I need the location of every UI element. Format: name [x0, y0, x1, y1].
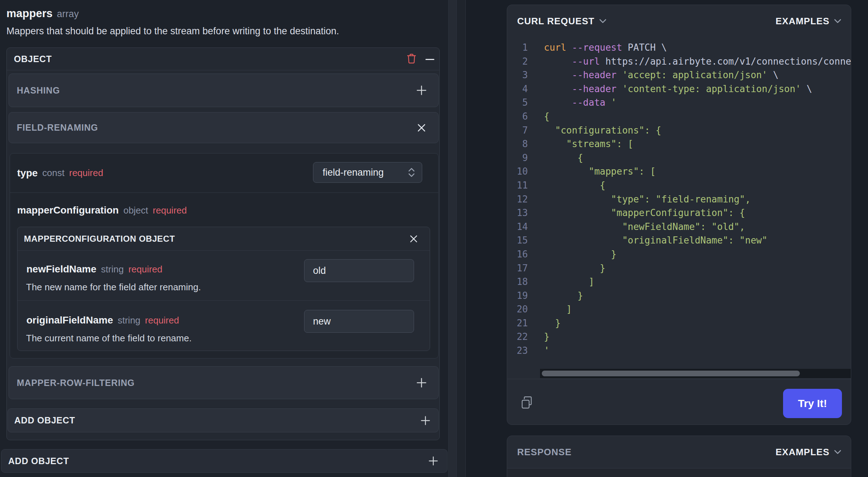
curl-request-card: CURL REQUEST EXAMPLES 1curl --request PA…	[507, 5, 851, 425]
curl-request-title: CURL REQUEST	[517, 16, 595, 27]
field-required-badge: required	[128, 264, 162, 275]
add-object-label: ADD OBJECT	[14, 409, 75, 432]
response-examples-dropdown[interactable]: EXAMPLES	[776, 436, 842, 468]
code-line: 12 "type": "field-renaming",	[507, 192, 851, 206]
type-select-value: field-renaming	[313, 167, 407, 178]
response-title: RESPONSE	[517, 436, 572, 468]
close-icon	[409, 234, 418, 243]
remove-field-renaming-button[interactable]	[415, 122, 428, 134]
new-field-name-input[interactable]	[304, 259, 414, 282]
response-body	[507, 468, 851, 477]
remove-mapper-configuration-button[interactable]	[408, 233, 420, 245]
code-line: 8 "streams": [	[507, 137, 851, 151]
code-line: 1curl --request PATCH \	[507, 41, 851, 55]
code-line: 4 --header 'content-type: application/js…	[507, 82, 851, 96]
examples-dropdown[interactable]: EXAMPLES	[776, 5, 842, 37]
code-line: 19 }	[507, 289, 851, 303]
new-field-name-label: newFieldName string required	[26, 263, 162, 275]
object-panel-title: OBJECT	[14, 48, 52, 70]
original-field-name-label: originalFieldName string required	[26, 315, 179, 326]
examples-label: EXAMPLES	[776, 447, 829, 458]
mapper-configuration-label: mapperConfiguration object required	[17, 193, 187, 228]
mapper-row-filtering-section[interactable]: MAPPER-ROW-FILTERING	[9, 366, 439, 399]
code-line: 17 }	[507, 261, 851, 275]
property-description: Mappers that should be applied to the st…	[6, 26, 339, 37]
curl-request-dropdown[interactable]: CURL REQUEST	[517, 5, 607, 37]
copy-code-button[interactable]	[519, 395, 535, 411]
add-object-button-inner[interactable]: ADD OBJECT	[7, 408, 439, 432]
original-field-name-row: originalFieldName string required The cu…	[17, 301, 430, 351]
field-renaming-form: type const required field-renaming mappe…	[10, 153, 439, 358]
code-line: 18 ]	[507, 275, 851, 289]
mapper-configuration-object-panel: MAPPERCONFIGURATION OBJECT newFieldName …	[17, 227, 430, 351]
code-line: 3 --header 'accept: application/json' \	[507, 68, 851, 82]
chevron-down-icon	[599, 19, 607, 24]
response-card: RESPONSE EXAMPLES	[507, 436, 851, 477]
close-icon	[417, 123, 427, 133]
field-description: The new name for the field after renamin…	[26, 282, 201, 293]
plus-icon-wrap	[427, 455, 439, 467]
chevron-down-icon	[834, 19, 842, 24]
plus-icon	[428, 456, 439, 466]
code-line: 20 ]	[507, 302, 851, 316]
property-title: mappersarray	[6, 7, 79, 20]
field-type: string	[118, 315, 141, 326]
type-field-label: type const required	[17, 154, 103, 192]
code-line: 16 }	[507, 247, 851, 261]
plus-icon	[416, 377, 427, 388]
examples-label: EXAMPLES	[776, 16, 829, 27]
add-object-button-outer[interactable]: ADD OBJECT	[1, 449, 448, 473]
copy-icon	[520, 396, 534, 410]
code-line: 5 --data '	[507, 96, 851, 110]
hashing-label: HASHING	[17, 74, 60, 107]
code-line: 21 }	[507, 316, 851, 330]
type-field-row: type const required field-renaming	[10, 154, 438, 193]
mapper-configuration-object-header: MAPPERCONFIGURATION OBJECT	[17, 227, 430, 251]
mapper-configuration-object-title: MAPPERCONFIGURATION OBJECT	[24, 227, 175, 251]
field-name: newFieldName	[26, 263, 96, 275]
collapse-object-button[interactable]	[424, 53, 436, 65]
code-line: 15 "originalFieldName": "new"	[507, 234, 851, 247]
field-renaming-section[interactable]: FIELD-RENAMING	[9, 112, 439, 143]
field-type: string	[101, 264, 124, 275]
horizontal-scrollbar[interactable]	[540, 369, 851, 378]
code-line: 13 "mapperConfiguration": {	[507, 206, 851, 220]
add-hashing-button[interactable]	[415, 84, 428, 96]
select-chevrons-icon	[407, 167, 416, 178]
plus-icon	[416, 85, 427, 96]
code-line: 22}	[507, 330, 851, 344]
field-renaming-label: FIELD-RENAMING	[17, 112, 98, 143]
api-docs-page: mappersarray Mappers that should be appl…	[0, 0, 868, 477]
minus-icon	[425, 59, 434, 60]
code-line: 11 {	[507, 179, 851, 192]
property-type: array	[57, 9, 79, 19]
code-line: 7 "configurations": {	[507, 124, 851, 137]
delete-object-button[interactable]	[406, 53, 417, 65]
field-name: mapperConfiguration	[17, 205, 119, 216]
pane-scrollbar-gutter[interactable]	[448, 0, 457, 477]
trash-icon	[407, 53, 416, 65]
field-required-badge: required	[153, 205, 187, 216]
code-block[interactable]: 1curl --request PATCH \2 --url https://a…	[507, 41, 851, 358]
field-description: The current name of the field to rename.	[26, 333, 192, 344]
original-field-name-input[interactable]	[304, 310, 414, 333]
pane-divider	[457, 0, 465, 477]
field-type: const	[42, 167, 65, 179]
add-object-label: ADD OBJECT	[8, 450, 69, 472]
object-panel-header: OBJECT	[7, 48, 439, 70]
field-name: originalFieldName	[26, 315, 113, 326]
code-line: 6{	[507, 110, 851, 124]
hashing-section[interactable]: HASHING	[9, 74, 439, 107]
type-select[interactable]: field-renaming	[313, 162, 422, 183]
object-panel: OBJECT HASHING FIELD-RENAMING	[6, 47, 440, 440]
plus-icon-wrap	[419, 415, 432, 427]
divider	[507, 379, 851, 379]
add-mapper-row-filtering-button[interactable]	[415, 377, 428, 389]
code-line: 14 "newFieldName": "old",	[507, 220, 851, 234]
scrollbar-thumb[interactable]	[542, 371, 800, 376]
field-required-badge: required	[69, 167, 103, 179]
field-type: object	[123, 205, 148, 216]
code-line: 2 --url https://api.airbyte.com/v1/conne…	[507, 55, 851, 69]
property-name: mappers	[6, 7, 52, 20]
try-it-button[interactable]: Try It!	[783, 389, 842, 418]
